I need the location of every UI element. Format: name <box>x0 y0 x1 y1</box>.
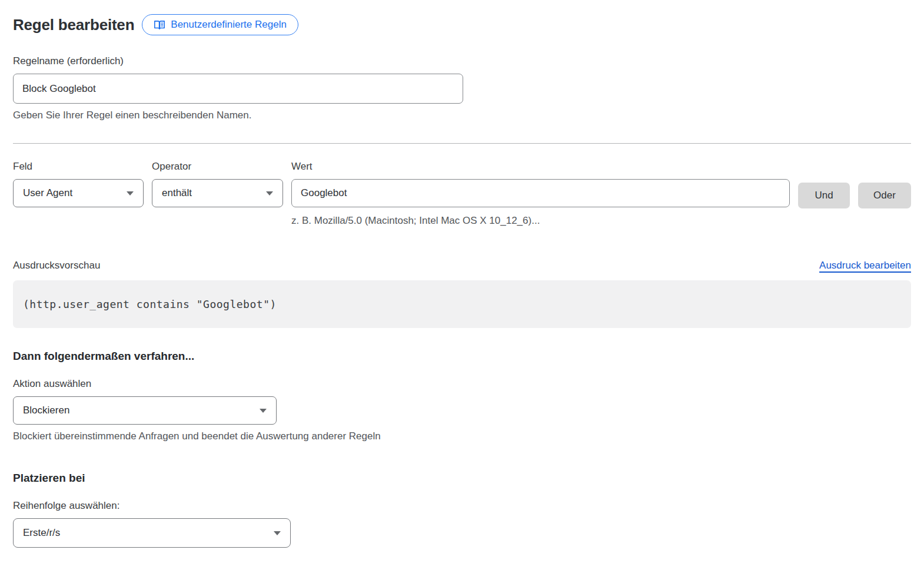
or-button[interactable]: Oder <box>858 183 911 208</box>
placement-label: Reihenfolge auswählen: <box>13 500 911 512</box>
expression-code: (http.user_agent contains "Googlebot") <box>23 298 277 310</box>
field-select-value: User Agent <box>23 187 72 199</box>
caret-down-icon <box>274 531 281 535</box>
field-column: Feld User Agent <box>13 161 144 207</box>
operator-select[interactable]: enthält <box>152 179 283 207</box>
placement-section: Platzieren bei Reihenfolge auswählen: Er… <box>13 472 911 548</box>
rule-name-label: Regelname (erforderlich) <box>13 55 911 67</box>
custom-rules-button[interactable]: Benutzerdefinierte Regeln <box>142 14 298 35</box>
action-section: Dann folgendermaßen verfahren... Aktion … <box>13 350 911 442</box>
action-hint: Blockiert übereinstimmende Anfragen und … <box>13 430 911 442</box>
order-select[interactable]: Erste/r/s <box>13 518 291 548</box>
title-row: Regel bearbeiten Benutzerdefinierte Rege… <box>13 14 911 35</box>
value-input[interactable] <box>291 179 790 207</box>
expression-preview-header: Ausdrucksvorschau Ausdruck bearbeiten <box>13 260 911 271</box>
conjunction-buttons: Und Oder <box>798 161 911 208</box>
operator-select-value: enthält <box>162 187 192 199</box>
caret-down-icon <box>260 409 267 413</box>
action-select-value: Blockieren <box>23 405 69 416</box>
value-column: Wert z. B. Mozilla/5.0 (Macintosh; Intel… <box>291 161 790 227</box>
edit-rule-page: Regel bearbeiten Benutzerdefinierte Rege… <box>0 0 924 563</box>
caret-down-icon <box>127 191 134 196</box>
and-button[interactable]: Und <box>798 183 850 208</box>
expression-preview-section: Ausdrucksvorschau Ausdruck bearbeiten (h… <box>13 260 911 328</box>
action-select[interactable]: Blockieren <box>13 396 277 425</box>
field-select[interactable]: User Agent <box>13 179 144 207</box>
order-select-value: Erste/r/s <box>23 527 60 539</box>
custom-rules-button-label: Benutzerdefinierte Regeln <box>171 19 287 31</box>
caret-down-icon <box>266 191 273 196</box>
expression-preview-label: Ausdrucksvorschau <box>13 260 100 271</box>
placement-heading: Platzieren bei <box>13 472 911 485</box>
rule-name-section: Regelname (erforderlich) Geben Sie Ihrer… <box>13 55 911 121</box>
action-heading: Dann folgendermaßen verfahren... <box>13 350 911 363</box>
page-title: Regel bearbeiten <box>13 16 134 34</box>
section-divider <box>13 143 911 144</box>
expression-preview-box: (http.user_agent contains "Googlebot") <box>13 280 911 328</box>
value-hint: z. B. Mozilla/5.0 (Macintosh; Intel Mac … <box>291 215 790 227</box>
rule-name-hint: Geben Sie Ihrer Regel einen beschreibend… <box>13 110 911 121</box>
expression-builder-row: Feld User Agent Operator enthält Wert z.… <box>13 161 911 227</box>
value-label: Wert <box>291 161 790 173</box>
operator-column: Operator enthält <box>152 161 283 207</box>
field-label: Feld <box>13 161 144 173</box>
action-label: Aktion auswählen <box>13 378 911 390</box>
operator-label: Operator <box>152 161 283 173</box>
open-book-icon <box>154 19 165 30</box>
edit-expression-link[interactable]: Ausdruck bearbeiten <box>819 260 911 271</box>
rule-name-input[interactable] <box>13 74 463 104</box>
